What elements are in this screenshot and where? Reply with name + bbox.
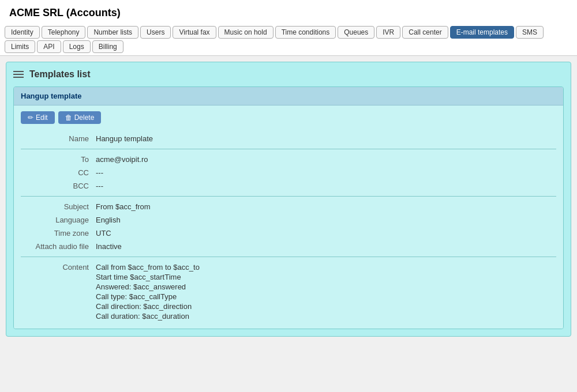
field-timezone-row: Time zone UTC <box>21 227 556 240</box>
nav-tab-music-on-hold[interactable]: Music on hold <box>218 26 273 39</box>
field-attach-audio-label: Attach audio file <box>21 242 96 251</box>
hamburger-icon[interactable] <box>13 71 24 78</box>
delete-button[interactable]: 🗑 Delete <box>58 111 102 124</box>
trash-icon: 🗑 <box>65 114 72 122</box>
nav-tabs: IdentityTelephonyNumber listsUsersVirtua… <box>0 24 577 56</box>
divider-1 <box>21 149 556 149</box>
field-language-value: English <box>96 216 121 224</box>
field-bcc-value: --- <box>96 182 103 190</box>
divider-2 <box>21 196 556 197</box>
field-name-label: Name <box>21 134 96 143</box>
field-timezone-label: Time zone <box>21 229 96 238</box>
field-cc-value: --- <box>96 168 103 177</box>
nav-tab-sms[interactable]: SMS <box>516 26 544 39</box>
panel: Templates list Hangup template ✏ Edit 🗑 <box>6 62 571 337</box>
action-buttons: ✏ Edit 🗑 Delete <box>21 111 556 124</box>
field-subject-row: Subject From $acc_from <box>21 200 556 213</box>
field-timezone-value: UTC <box>96 229 111 238</box>
field-cc-label: CC <box>21 168 96 177</box>
template-name-header: Hangup template <box>21 92 81 100</box>
nav-tab-telephony[interactable]: Telephony <box>42 26 86 39</box>
nav-tab-virtual-fax[interactable]: Virtual fax <box>173 26 216 39</box>
field-content-label: Content <box>21 263 96 321</box>
field-to-label: To <box>21 155 96 164</box>
nav-tab-api[interactable]: API <box>37 40 61 53</box>
panel-header: Templates list <box>13 69 564 80</box>
content-line-0: Call from $acc_from to $acc_to <box>96 263 200 272</box>
content-lines: Call from $acc_from to $acc_toStart time… <box>96 263 200 321</box>
field-to-row: To acme@voipit.ro <box>21 153 556 166</box>
nav-tab-users[interactable]: Users <box>140 26 171 39</box>
nav-tab-time-conditions[interactable]: Time conditions <box>275 26 336 39</box>
edit-icon: ✏ <box>28 114 33 122</box>
field-attach-audio-row: Attach audio file Inactive <box>21 240 556 253</box>
field-attach-audio-value: Inactive <box>96 242 122 251</box>
content-line-5: Call duration: $acc_duration <box>96 312 200 321</box>
field-name-row: Name Hangup template <box>21 132 556 145</box>
content-line-1: Start time $acc_startTime <box>96 273 200 281</box>
nav-tab-identity[interactable]: Identity <box>5 26 40 39</box>
panel-title: Templates list <box>29 69 91 80</box>
field-to-value: acme@voipit.ro <box>96 155 148 164</box>
template-card: Hangup template ✏ Edit 🗑 Delete <box>13 86 564 329</box>
nav-tab-call-center[interactable]: Call center <box>402 26 448 39</box>
nav-tab-queues[interactable]: Queues <box>338 26 374 39</box>
field-subject-label: Subject <box>21 202 96 211</box>
field-subject-value: From $acc_from <box>96 202 151 211</box>
template-card-body: ✏ Edit 🗑 Delete Name Hangup template <box>14 105 563 329</box>
nav-tab-number-lists[interactable]: Number lists <box>87 26 138 39</box>
field-bcc-label: BCC <box>21 182 96 190</box>
page-title: ACME SRL (Accounts) <box>9 7 568 19</box>
divider-3 <box>21 257 556 257</box>
content-line-2: Answered: $acc_answered <box>96 282 200 291</box>
edit-button[interactable]: ✏ Edit <box>21 111 55 124</box>
content-line-4: Call direction: $acc_direction <box>96 302 200 311</box>
content-line-3: Call type: $acc_callType <box>96 292 200 301</box>
page-header: ACME SRL (Accounts) <box>0 0 577 24</box>
nav-tab-logs[interactable]: Logs <box>63 40 91 53</box>
template-card-header: Hangup template <box>14 87 563 105</box>
main-content: Templates list Hangup template ✏ Edit 🗑 <box>0 56 577 342</box>
field-bcc-row: BCC --- <box>21 179 556 193</box>
field-content-row: Content Call from $acc_from to $acc_toSt… <box>21 261 556 323</box>
field-name-value: Hangup template <box>96 134 153 143</box>
nav-tab-billing[interactable]: Billing <box>92 40 123 53</box>
nav-tab-ivr[interactable]: IVR <box>376 26 400 39</box>
field-cc-row: CC --- <box>21 166 556 179</box>
nav-tab-email-templates[interactable]: E-mail templates <box>450 26 514 39</box>
field-language-label: Language <box>21 216 96 224</box>
field-language-row: Language English <box>21 213 556 227</box>
nav-tab-limits[interactable]: Limits <box>5 40 35 53</box>
